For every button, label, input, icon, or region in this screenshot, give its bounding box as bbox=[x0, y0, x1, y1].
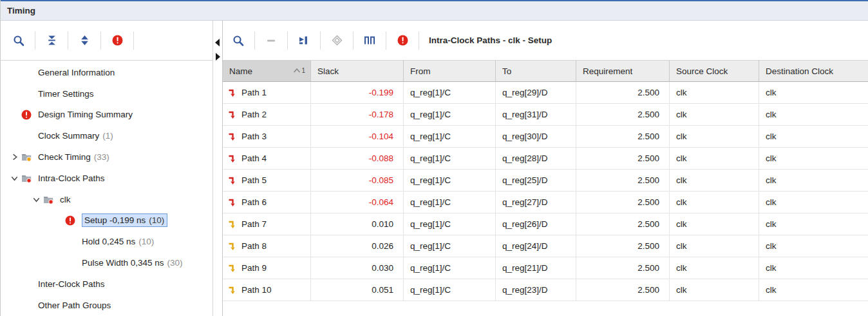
cell-from: q_reg[1]/C bbox=[404, 126, 496, 148]
column-header-from[interactable]: From bbox=[404, 61, 496, 82]
tree-item-other-path-groups[interactable]: Other Path Groups bbox=[1, 295, 212, 316]
tree-item-intra-clock-paths[interactable]: Intra-Clock Paths bbox=[1, 168, 212, 189]
tree-item-general-information[interactable]: General Information bbox=[1, 62, 212, 83]
collapse-all-button[interactable] bbox=[37, 28, 66, 54]
cell-requirement: 2.500 bbox=[576, 192, 670, 213]
search-button[interactable] bbox=[224, 28, 252, 54]
cell-from: q_reg[1]/C bbox=[404, 104, 496, 126]
show-errors-button[interactable] bbox=[388, 28, 417, 54]
cell-from: q_reg[1]/C bbox=[404, 170, 496, 192]
cell-destination-clock: clk bbox=[759, 213, 868, 235]
cell-to: q_reg[27]/D bbox=[496, 192, 576, 213]
cell-name: Path 4 bbox=[223, 148, 311, 170]
table-row-path-9[interactable]: Path 9 0.030 q_reg[1]/C q_reg[21]/D 2.50… bbox=[223, 257, 868, 279]
table-row-path-2[interactable]: Path 2 -0.178 q_reg[1]/C q_reg[31]/D 2.5… bbox=[223, 104, 868, 126]
error-filter-icon bbox=[112, 35, 123, 46]
collapse-all-icon bbox=[46, 35, 57, 46]
paths-table-header: Name 1 Slack From To Requirement Source … bbox=[223, 61, 868, 82]
table-row-path-4[interactable]: Path 4 -0.088 q_reg[1]/C q_reg[28]/D 2.5… bbox=[223, 148, 868, 170]
cell-source-clock: clk bbox=[670, 82, 759, 104]
cell-to: q_reg[28]/D bbox=[496, 148, 576, 170]
toolbar-separator bbox=[100, 32, 101, 50]
path-name: Path 7 bbox=[241, 219, 267, 229]
table-row-path-1[interactable]: Path 1 -0.199 q_reg[1]/C q_reg[29]/D 2.5… bbox=[223, 82, 868, 104]
table-row-path-7[interactable]: Path 7 0.010 q_reg[1]/C q_reg[26]/D 2.50… bbox=[223, 213, 868, 235]
cell-requirement: 2.500 bbox=[576, 170, 670, 192]
cell-source-clock: clk bbox=[670, 170, 759, 192]
tree-item-check-timing[interactable]: Check Timing (33) bbox=[1, 146, 212, 168]
column-header-slack[interactable]: Slack bbox=[311, 61, 404, 82]
error-badge-icon bbox=[21, 110, 38, 120]
cell-name: Path 1 bbox=[223, 82, 311, 104]
timing-path-warning-icon bbox=[228, 220, 236, 229]
cell-slack: -0.085 bbox=[311, 170, 404, 192]
cell-name: Path 5 bbox=[223, 170, 311, 192]
collapse-right-icon[interactable] bbox=[216, 53, 220, 61]
delay-paths-icon bbox=[299, 35, 309, 46]
path-name: Path 5 bbox=[241, 175, 267, 185]
tree-item-clk[interactable]: clk bbox=[1, 189, 212, 210]
cell-requirement: 2.500 bbox=[576, 126, 670, 148]
cell-to: q_reg[25]/D bbox=[496, 170, 576, 192]
remove-icon bbox=[266, 35, 276, 46]
table-row-path-8[interactable]: Path 8 0.026 q_reg[1]/C q_reg[24]/D 2.50… bbox=[223, 235, 868, 257]
tree-item-count: (30) bbox=[167, 258, 183, 268]
left-toolbar bbox=[1, 21, 212, 61]
table-row-path-6[interactable]: Path 6 -0.064 q_reg[1]/C q_reg[27]/D 2.5… bbox=[223, 192, 868, 213]
tree-item-count: (33) bbox=[94, 152, 109, 162]
search-button[interactable] bbox=[5, 28, 33, 54]
tree-item-label: Hold 0,245 ns bbox=[82, 237, 135, 246]
waveform-button[interactable] bbox=[355, 28, 384, 54]
cell-slack: 0.030 bbox=[311, 257, 404, 279]
cell-to: q_reg[26]/D bbox=[496, 213, 576, 235]
cell-source-clock: clk bbox=[670, 148, 759, 170]
chevron-right-icon[interactable] bbox=[7, 153, 21, 161]
cell-from: q_reg[1]/C bbox=[404, 279, 496, 301]
tree-item-clock-summary[interactable]: Clock Summary (1) bbox=[1, 125, 212, 146]
folder-orange-dot-icon bbox=[21, 152, 38, 162]
sort-ascending-icon: 1 bbox=[293, 68, 305, 74]
show-errors-button[interactable] bbox=[103, 28, 131, 54]
panel-splitter[interactable] bbox=[213, 21, 222, 316]
tree-item-inter-clock-paths[interactable]: Inter-Clock Paths bbox=[1, 273, 212, 295]
chevron-down-icon[interactable] bbox=[29, 195, 43, 204]
tree-item-timer-settings[interactable]: Timer Settings bbox=[1, 83, 212, 104]
column-header-name[interactable]: Name 1 bbox=[223, 61, 311, 82]
column-header-destination-clock[interactable]: Destination Clock bbox=[759, 61, 868, 82]
path-name: Path 1 bbox=[241, 88, 267, 97]
panel-body: General Information Timer Settings Desig… bbox=[1, 21, 868, 316]
cell-to: q_reg[30]/D bbox=[496, 126, 576, 148]
cell-from: q_reg[1]/C bbox=[404, 148, 496, 170]
delay-paths-button[interactable] bbox=[290, 28, 318, 54]
tree-item-hold[interactable]: Hold 0,245 ns (10) bbox=[1, 231, 212, 252]
tree-item-setup[interactable]: Setup -0,199 ns (10) bbox=[1, 210, 212, 232]
search-icon bbox=[13, 35, 24, 46]
cell-requirement: 2.500 bbox=[576, 148, 670, 170]
tree-item-label: Intra-Clock Paths bbox=[38, 173, 105, 183]
tree-item-label: clk bbox=[60, 195, 71, 204]
column-header-to[interactable]: To bbox=[496, 61, 576, 82]
table-row-path-5[interactable]: Path 5 -0.085 q_reg[1]/C q_reg[25]/D 2.5… bbox=[223, 170, 868, 192]
cell-source-clock: clk bbox=[670, 235, 759, 257]
cell-slack: 0.026 bbox=[311, 235, 404, 257]
collapse-left-icon[interactable] bbox=[215, 39, 220, 46]
cell-slack: -0.104 bbox=[311, 126, 404, 148]
cell-to: q_reg[21]/D bbox=[496, 257, 576, 279]
sort-order-label: 1 bbox=[301, 68, 305, 74]
chevron-down-icon[interactable] bbox=[7, 174, 21, 183]
cell-destination-clock: clk bbox=[759, 235, 868, 257]
table-row-path-10[interactable]: Path 10 0.051 q_reg[1]/C q_reg[23]/D 2.5… bbox=[223, 279, 868, 301]
timing-path-error-icon bbox=[228, 154, 236, 163]
tree-item-pulse-width[interactable]: Pulse Width 0,345 ns (30) bbox=[1, 252, 212, 273]
cell-slack: 0.051 bbox=[311, 279, 404, 301]
cell-from: q_reg[1]/C bbox=[404, 192, 496, 213]
table-row-path-3[interactable]: Path 3 -0.104 q_reg[1]/C q_reg[30]/D 2.5… bbox=[223, 126, 868, 148]
remove-button[interactable] bbox=[257, 28, 285, 54]
tree-item-design-timing-summary[interactable]: Design Timing Summary bbox=[1, 104, 212, 126]
search-icon bbox=[232, 35, 244, 46]
diamond-target-button[interactable] bbox=[323, 28, 351, 54]
expand-all-button[interactable] bbox=[70, 28, 99, 54]
column-header-source-clock[interactable]: Source Clock bbox=[670, 61, 759, 82]
tree-item-count: (1) bbox=[102, 131, 113, 141]
column-header-requirement[interactable]: Requirement bbox=[576, 61, 670, 82]
